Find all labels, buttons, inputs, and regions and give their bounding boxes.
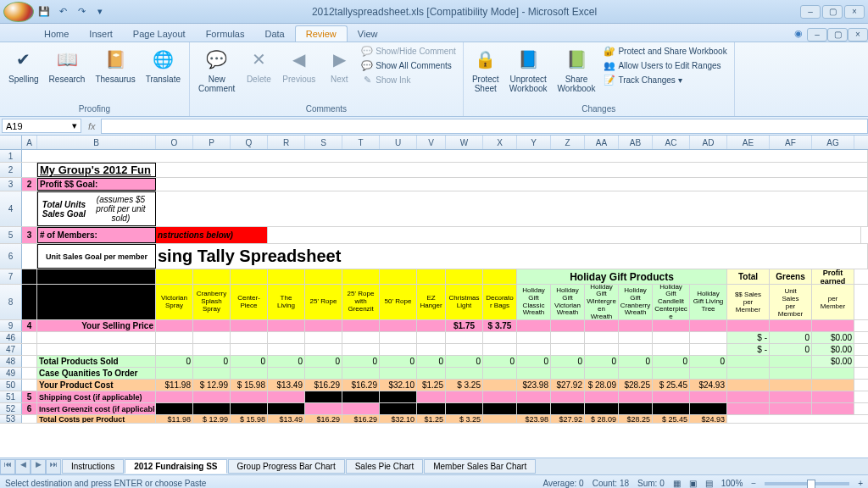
cell[interactable] — [483, 344, 517, 355]
cell[interactable] — [417, 320, 446, 331]
next-comment-button[interactable]: ▶Next — [322, 44, 356, 86]
cell[interactable] — [22, 191, 37, 226]
prev-comment-button[interactable]: ◀Previous — [279, 44, 319, 86]
protect-sheet-button[interactable]: 🔒Protect Sheet — [469, 44, 503, 95]
protect-share-button[interactable]: 🔐Protect and Share Workbook — [602, 44, 728, 58]
cell[interactable]: 0 — [380, 356, 417, 367]
cell[interactable] — [305, 320, 342, 331]
cell[interactable] — [305, 344, 342, 355]
cell[interactable] — [551, 344, 585, 355]
cell[interactable]: Unit Sales per Member — [770, 285, 812, 319]
cell[interactable]: $ 28.09 — [585, 380, 619, 391]
cell[interactable] — [156, 391, 193, 402]
cell[interactable] — [305, 403, 342, 414]
cell[interactable]: 0 — [690, 356, 727, 367]
minimize-button[interactable]: – — [800, 5, 821, 19]
cell[interactable] — [380, 344, 417, 355]
row-header-52[interactable]: 52 — [0, 403, 22, 414]
cell[interactable]: Victorian Spray — [156, 285, 193, 319]
row-header-4[interactable]: 4 — [0, 191, 22, 226]
cell[interactable]: $$ Sales per Member — [727, 285, 770, 319]
cell[interactable] — [156, 344, 193, 355]
cell[interactable] — [727, 380, 770, 391]
cell[interactable]: Your Selling Price — [37, 320, 156, 331]
cell[interactable]: $ - — [727, 344, 770, 355]
cell[interactable] — [727, 320, 770, 331]
cell[interactable] — [653, 391, 690, 402]
cell[interactable]: 0 — [268, 356, 305, 367]
cell[interactable] — [812, 320, 854, 331]
sheet-tab-1[interactable]: 2012 Fundraising SS — [125, 459, 226, 474]
cell[interactable]: 0 — [193, 356, 231, 367]
cell[interactable] — [22, 244, 37, 269]
cell[interactable] — [22, 415, 37, 423]
namebox-dropdown-icon[interactable]: ▾ — [72, 120, 77, 131]
tab-pagelayout[interactable]: Page Layout — [123, 26, 196, 42]
cell[interactable] — [380, 391, 417, 402]
cell[interactable] — [268, 227, 861, 243]
cell[interactable]: $ 12.99 — [193, 415, 231, 423]
tab-home[interactable]: Home — [34, 26, 79, 42]
row-header-6[interactable]: 6 — [0, 244, 22, 269]
col-header-AD[interactable]: AD — [690, 136, 727, 149]
cell[interactable]: $16.29 — [305, 415, 342, 423]
cell[interactable]: Profit $$ Goal: — [37, 178, 156, 191]
view-pagebreak-icon[interactable]: ▤ — [705, 479, 713, 488]
cell[interactable] — [727, 391, 770, 402]
cell[interactable] — [22, 285, 37, 319]
tab-nav-prev[interactable]: ◀ — [15, 459, 31, 474]
cell[interactable] — [156, 320, 193, 331]
cell[interactable] — [483, 332, 517, 343]
view-layout-icon[interactable]: ▣ — [689, 479, 697, 488]
research-button[interactable]: 📖Research — [46, 44, 89, 86]
col-header-AF[interactable]: AF — [770, 136, 812, 149]
col-header-U[interactable]: U — [380, 136, 417, 149]
cell[interactable]: 25' Rope with Greenzit — [342, 285, 380, 319]
cell[interactable] — [342, 368, 380, 379]
cell[interactable] — [770, 391, 812, 402]
tab-insert[interactable]: Insert — [79, 26, 123, 42]
col-header-Y[interactable]: Y — [517, 136, 551, 149]
cell[interactable]: $ 28.09 — [585, 415, 619, 423]
col-header-R[interactable]: R — [268, 136, 305, 149]
cell[interactable]: $23.98 — [517, 415, 551, 423]
cell[interactable]: $ 25.45 — [653, 380, 690, 391]
cell[interactable] — [690, 403, 727, 414]
cell[interactable] — [193, 320, 231, 331]
col-header-AA[interactable]: AA — [585, 136, 619, 149]
cell[interactable]: $16.29 — [342, 380, 380, 391]
cell[interactable]: Your Product Cost — [37, 380, 156, 391]
cell[interactable] — [446, 344, 483, 355]
cell[interactable] — [193, 344, 231, 355]
cell[interactable] — [770, 380, 812, 391]
tab-nav-next[interactable]: ▶ — [31, 459, 46, 474]
cell[interactable] — [653, 403, 690, 414]
cell[interactable] — [268, 344, 305, 355]
cell[interactable] — [446, 368, 483, 379]
cell[interactable] — [380, 269, 417, 284]
cell[interactable] — [268, 332, 305, 343]
cell[interactable] — [812, 368, 854, 379]
col-header-V[interactable]: V — [417, 136, 446, 149]
cell[interactable] — [446, 269, 483, 284]
cell[interactable]: per Member — [812, 285, 854, 319]
cell[interactable]: My Group's 2012 Fun — [37, 163, 156, 177]
tab-data[interactable]: Data — [254, 26, 294, 42]
view-normal-icon[interactable]: ▦ — [673, 479, 681, 488]
cell[interactable] — [580, 244, 868, 269]
cell[interactable]: Christmas Light — [446, 285, 483, 319]
cell[interactable]: 0 — [770, 332, 812, 343]
cell[interactable] — [156, 332, 193, 343]
cell[interactable]: Greens — [770, 269, 812, 284]
close-button[interactable]: × — [844, 5, 865, 19]
cell[interactable]: $ 12.99 — [193, 380, 231, 391]
cell[interactable] — [22, 380, 37, 391]
cell[interactable] — [653, 344, 690, 355]
cell[interactable] — [268, 391, 305, 402]
tab-formulas[interactable]: Formulas — [196, 26, 255, 42]
cell[interactable]: 50' Rope — [380, 285, 417, 319]
new-comment-button[interactable]: 💬New Comment — [195, 44, 238, 95]
col-header-X[interactable]: X — [483, 136, 517, 149]
cell[interactable] — [417, 344, 446, 355]
row-header-46[interactable]: 46 — [0, 332, 22, 343]
